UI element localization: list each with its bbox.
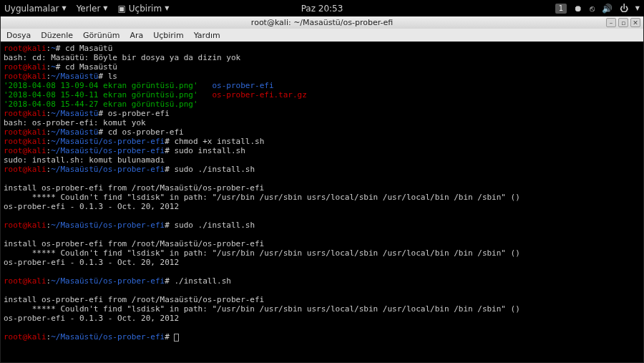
output-line: install os-prober-efi from /root/Masaüst… (4, 239, 264, 248)
terminal-window: root@kali: ~/Masaüstü/os-prober-efi – ▫ … (0, 16, 644, 363)
applications-menu[interactable]: Uygulamalar ▼ (4, 4, 67, 14)
places-menu[interactable]: Yerler ▼ (77, 4, 108, 14)
cmd: cd Masaütü (60, 44, 112, 53)
output-line: ***** Couldn't find "lsdisk" in path: "/… (4, 248, 520, 258)
output-line: os-prober-efi - 0.1.3 - Oct. 20, 2012 (4, 258, 179, 267)
record-icon[interactable]: ⏺ (574, 4, 582, 14)
network-icon[interactable]: ⎋ (590, 4, 595, 14)
menubar: Dosya Düzenle Görünüm Ara Uçbirim Yardım (1, 29, 643, 42)
window-titlebar[interactable]: root@kali: ~/Masaüstü/os-prober-efi – ▫ … (1, 16, 643, 29)
output-line: bash: cd: Masaütü: Böyle bir dosya ya da… (4, 53, 240, 62)
cmd: cd Masaüstü (60, 62, 117, 72)
cmd: cd os-prober-efi (103, 127, 184, 137)
clock[interactable]: Paz 20:53 (301, 4, 343, 14)
output-line: ***** Couldn't find "lsdisk" in path: "/… (4, 193, 520, 202)
chevron-down-icon: ▼ (103, 5, 107, 11)
close-button[interactable]: ✕ (630, 18, 640, 27)
menu-view[interactable]: Görünüm (83, 31, 119, 40)
terminal-label: Uçbirim (129, 4, 162, 14)
cmd: sudo ./install.sh (170, 221, 255, 230)
ls-file: '2018-04-08 13-09-04 ekran görüntüsü.png… (4, 81, 198, 90)
cmd: ls (103, 72, 117, 81)
prompt-user: root@kali (4, 44, 47, 53)
places-label: Yerler (77, 4, 101, 14)
ls-file: '2018-04-08 15-40-11 ekran görüntüsü.png… (4, 90, 198, 100)
output-line: sudo: install.sh: komut bulunamadı (4, 155, 165, 165)
ls-dir: os-prober-efi (212, 81, 273, 90)
maximize-button[interactable]: ▫ (618, 18, 628, 27)
output-line: os-prober-efi - 0.1.3 - Oct. 20, 2012 (4, 202, 179, 211)
ls-file: '2018-04-08 15-44-27 ekran görüntüsü.png… (4, 100, 198, 109)
terminal-app-menu[interactable]: ▣ Uçbirim ▼ (117, 4, 169, 14)
gnome-topbar: Uygulamalar ▼ Yerler ▼ ▣ Uçbirim ▼ Paz 2… (0, 0, 644, 16)
ls-archive: os-prober-efi.tar.gz (212, 90, 306, 100)
menu-help[interactable]: Yardım (194, 31, 220, 40)
prompt-path: ~ (51, 44, 56, 53)
chevron-down-icon: ▼ (165, 5, 169, 11)
cmd: ./install.sh (170, 276, 231, 286)
applications-label: Uygulamalar (4, 4, 59, 14)
menu-search[interactable]: Ara (130, 31, 143, 40)
cmd: sudo ./install.sh (170, 165, 255, 174)
output-line: install os-prober-efi from /root/Masaüst… (4, 183, 264, 193)
chevron-down-icon: ▼ (62, 5, 66, 11)
power-icon[interactable]: ⏻ (620, 4, 628, 14)
cmd: chmod +x install.sh (170, 137, 264, 146)
output-line: bash: os-prober-efi: komut yok (4, 118, 146, 127)
menu-terminal[interactable]: Uçbirim (153, 31, 183, 40)
volume-icon[interactable]: 🔊 (602, 4, 613, 14)
workspace-indicator[interactable]: 1 (555, 4, 567, 14)
chevron-down-icon: ▼ (635, 5, 640, 11)
terminal-icon: ▣ (117, 4, 125, 14)
menu-file[interactable]: Dosya (6, 31, 31, 40)
menu-edit[interactable]: Düzenle (41, 31, 73, 40)
window-title: root@kali: ~/Masaüstü/os-prober-efi (251, 18, 393, 27)
minimize-button[interactable]: – (606, 18, 616, 27)
output-line: os-prober-efi - 0.1.3 - Oct. 20, 2012 (4, 314, 179, 323)
cmd: sudo install.sh (170, 146, 245, 155)
cmd: os-prober-efi (103, 109, 170, 118)
output-line: ***** Couldn't find "lsdisk" in path: "/… (4, 304, 520, 314)
terminal-output[interactable]: root@kali:~# cd Masaütü bash: cd: Masaüt… (1, 42, 643, 362)
output-line: install os-prober-efi from /root/Masaüst… (4, 295, 264, 304)
terminal-cursor (174, 334, 179, 342)
